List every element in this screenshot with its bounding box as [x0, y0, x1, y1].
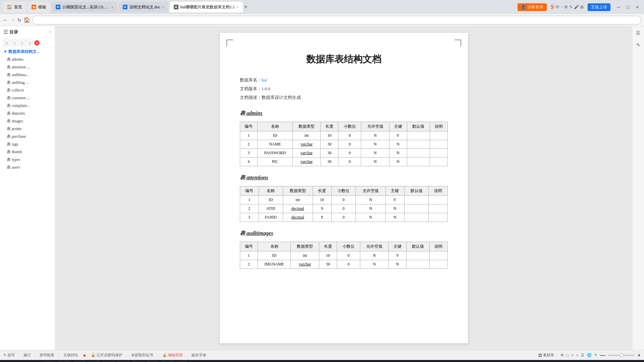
tab-doc3[interactable]: ■ hui哪哪图片展览数据库文档1.1 ×: [170, 2, 243, 12]
minimize-button[interactable]: ─: [614, 3, 623, 11]
tab-template[interactable]: ▣ 模板: [28, 2, 50, 12]
tab-doc1[interactable]: W 25期医院论文...实训 (3) 小组 ×: [52, 2, 117, 12]
status-spell[interactable]: 拼写检查: [40, 353, 54, 358]
meta-desc: 文档描述：数据库设计文档生成: [240, 93, 448, 102]
col-header-default: 默认值: [407, 122, 430, 131]
col-header-type: 数据类型: [283, 186, 313, 196]
profile-button[interactable]: 👤 访客登录: [518, 3, 547, 11]
nav-toolbar: ← → ↻ 🏠: [0, 14, 644, 26]
search-button[interactable]: 🔍: [16, 361, 28, 362]
sidebar-doc-icon: ☰: [3, 29, 8, 35]
main-layout: ☰ 目录 × □ □ □ □ × ▼ 数据库表结构文... 表 admins 表…: [0, 26, 644, 350]
sidebar-tool-4[interactable]: □: [26, 40, 33, 46]
address-bar[interactable]: [32, 16, 641, 24]
sidebar-item-collects[interactable]: 表 collects: [0, 86, 55, 94]
status-cert: 未获取到证书: [131, 353, 153, 358]
doc3-close-icon[interactable]: ×: [237, 5, 239, 9]
home-button[interactable]: 🏠: [23, 17, 30, 23]
status-material[interactable]: 🖼 素材库: [538, 353, 554, 358]
sidebar-item-tags[interactable]: 表 tags: [0, 140, 55, 148]
upload-label: 互链上传: [591, 5, 607, 9]
right-icon-1[interactable]: ☰: [634, 29, 642, 37]
section-admins-title: 表 admins: [240, 110, 448, 117]
compare-label: 文稿对比: [63, 353, 78, 358]
status-bar: ✎ 改写 | 修订 | 拼写检查 | 文稿对比 ■ 🔒 已开启密码保护 | 未获…: [0, 350, 644, 360]
start-button[interactable]: ⊞: [3, 361, 15, 362]
sidebar-item-users[interactable]: 表 users: [0, 164, 55, 171]
tab-doc2[interactable]: W 说明文档论文.doc ×: [119, 2, 168, 12]
sidebar-item-admins[interactable]: 表 admins: [0, 56, 55, 63]
table-row: 2 IMGNAME varchar 30 0 N N: [240, 260, 447, 269]
meta-db-label: 数据库名：: [240, 77, 262, 82]
sidebar-root-item[interactable]: ▼ 数据库表结构文...: [0, 48, 55, 56]
col-header-nullable: 允许空值: [356, 186, 386, 196]
col-header-no: 编号: [240, 242, 258, 251]
col-header-len: 长度: [313, 186, 331, 196]
status-compare[interactable]: 文稿对比: [63, 353, 78, 358]
right-panel: ☰ ✎: [632, 26, 644, 350]
task-view-button[interactable]: ⧉: [30, 361, 42, 362]
close-button[interactable]: ×: [633, 3, 641, 11]
sidebar-tool-3[interactable]: □: [19, 40, 25, 46]
tab-home[interactable]: 🏠 首页: [3, 2, 26, 12]
col-header-len: 长度: [321, 122, 338, 131]
sidebar-tools: □ □ □ □ ×: [0, 38, 55, 48]
sidebar-item-complain[interactable]: 表 complain...: [0, 102, 55, 110]
sidebar-root-expand: ▼: [3, 49, 8, 54]
doc1-close-icon[interactable]: ×: [111, 5, 113, 9]
zoom-slider[interactable]: [608, 355, 635, 356]
sidebar-item-auditima[interactable]: 表 auditima...: [0, 71, 55, 79]
section-auditimages-title: 表 auditimages: [240, 230, 448, 237]
sidebar-tool-red[interactable]: ×: [34, 40, 40, 46]
sidebar-item-purchase[interactable]: 表 purchase: [0, 133, 55, 140]
col-header-type: 数据类型: [292, 122, 321, 131]
sidebar-close-icon[interactable]: ×: [49, 29, 52, 35]
upload-button[interactable]: 互链上传: [588, 3, 610, 11]
sidebar-item-images[interactable]: 表 images: [0, 117, 55, 125]
section-attentions-title: 表 attentions: [240, 174, 448, 181]
table-row: 4 PIC varchar 30 0 N N: [240, 158, 447, 166]
spell-label: 拼写检查: [40, 353, 54, 358]
col-header-decimal: 小数位: [331, 186, 356, 196]
sidebar-item-audittag[interactable]: 表 audittag ...: [0, 79, 55, 86]
sidebar-tool-2[interactable]: □: [11, 40, 18, 46]
right-icon-2[interactable]: ✎: [634, 41, 642, 49]
sidebar-item-deposits[interactable]: 表 deposits: [0, 110, 55, 117]
sidebar-root-label: 数据库表结构文...: [8, 49, 40, 54]
status-icon-1: ⚙: [560, 353, 564, 357]
sidebar-tool-1[interactable]: □: [3, 40, 10, 46]
sidebar-header: ☰ 目录 ×: [0, 26, 55, 38]
col-header-comment: 说明: [430, 242, 447, 251]
input-icon2: ∙∙: [561, 5, 563, 10]
sidebar-item-points[interactable]: 表 points: [0, 125, 55, 133]
doc2-tab-icon: W: [123, 5, 127, 9]
col-header-comment: 说明: [429, 186, 447, 196]
table-auditimages: 编号 名称 数据类型 长度 小数位 允许空值 主键 默认值 说明 1 ID: [240, 242, 448, 269]
status-revise[interactable]: 修订: [23, 353, 31, 358]
sidebar-item-attention[interactable]: 表 attention ...: [0, 63, 55, 71]
sidebar-item-commen[interactable]: 表 commen ...: [0, 94, 55, 102]
col-header-nullable: 允许空值: [360, 242, 389, 251]
col-header-name: 名称: [258, 122, 293, 131]
zoom-out-button[interactable]: —: [600, 352, 605, 358]
doc2-close-icon[interactable]: ×: [162, 5, 164, 9]
meta-version-label: 文档版本：: [240, 86, 262, 91]
profile-label: 访客登录: [527, 4, 543, 10]
material-icon: 🖼: [538, 353, 542, 357]
meta-db-value[interactable]: hui: [262, 77, 267, 82]
status-edit-mode[interactable]: ✎ 改写: [3, 353, 15, 358]
maximize-button[interactable]: □: [624, 3, 632, 11]
sidebar-item-thumb[interactable]: 表 thumb: [0, 148, 55, 156]
back-button[interactable]: ←: [3, 17, 8, 23]
status-right: 🖼 素材库 | ⚙ □ ≡ ≡ ☰ 🌐 ✎ — +: [538, 352, 641, 358]
page-corner-tl: [226, 40, 233, 46]
home-tab-label: 首页: [14, 4, 22, 10]
new-tab-button[interactable]: +: [244, 4, 248, 11]
doc1-tab-icon: W: [56, 5, 60, 9]
status-edit-restrict[interactable]: 🔒 编辑受限: [162, 353, 183, 358]
zoom-in-button[interactable]: +: [638, 352, 641, 358]
input-icon6: ⊞: [580, 5, 584, 10]
forward-button[interactable]: →: [10, 17, 15, 23]
refresh-button[interactable]: ↻: [17, 17, 21, 23]
sidebar-item-types[interactable]: 表 types: [0, 156, 55, 164]
